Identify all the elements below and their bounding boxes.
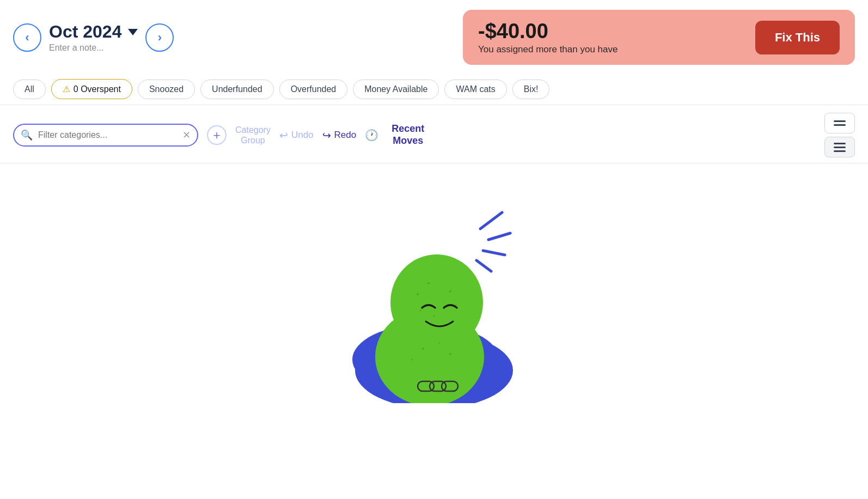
view-toggle <box>824 113 855 157</box>
svg-point-17 <box>411 358 413 361</box>
filter-tab-snoozed[interactable]: Snoozed <box>138 80 195 99</box>
history-button[interactable]: 🕐 <box>365 129 378 142</box>
hamburger-line-1 <box>834 120 846 122</box>
undo-icon: ↩ <box>279 129 288 142</box>
redo-icon: ↪ <box>322 129 331 142</box>
redo-label: Redo <box>334 130 357 141</box>
svg-point-8 <box>417 293 419 295</box>
view-expanded-button[interactable] <box>824 137 855 157</box>
filter-tab-overfunded[interactable]: Overfunded <box>279 80 348 99</box>
toolbar: 🔍 ✕ ＋ CategoryGroup ↩ Undo ↪ Redo 🕐 Rece… <box>0 105 868 163</box>
alert-amount: -$40.00 <box>478 20 618 43</box>
filter-bar: All ⚠0 Overspent Snoozed Underfunded Ove… <box>0 71 868 105</box>
svg-point-12 <box>420 310 421 312</box>
recent-moves-button[interactable]: RecentMoves <box>392 123 424 147</box>
svg-point-13 <box>433 315 435 317</box>
fix-this-button[interactable]: Fix This <box>755 21 840 54</box>
clear-search-icon[interactable]: ✕ <box>182 129 191 141</box>
add-category-group-button[interactable]: ＋ <box>207 125 227 145</box>
filter-tab-bix[interactable]: Bix! <box>512 80 550 99</box>
view-compact-button[interactable] <box>824 113 855 133</box>
undo-button[interactable]: ↩ Undo <box>279 129 314 142</box>
search-icon: 🔍 <box>21 129 33 141</box>
recent-moves-label: RecentMoves <box>392 123 424 147</box>
hamburger-line-2 <box>834 124 846 126</box>
svg-point-7 <box>390 254 483 350</box>
category-group-label: CategoryGroup <box>235 125 271 145</box>
filter-tab-money-available[interactable]: Money Available <box>353 80 439 99</box>
month-title: Oct 2024 <box>49 22 138 42</box>
month-label: Oct 2024 <box>49 22 121 42</box>
filter-tab-overspent[interactable]: ⚠0 Overspent <box>51 79 132 99</box>
alert-banner: -$40.00 You assigned more than you have … <box>463 10 855 65</box>
hamburger-line-3 <box>834 143 846 144</box>
filter-tab-all[interactable]: All <box>13 80 46 99</box>
header-left: ‹ Oct 2024 Enter a note... › <box>13 22 174 53</box>
svg-point-14 <box>422 348 424 350</box>
header: ‹ Oct 2024 Enter a note... › -$40.00 You… <box>0 0 868 71</box>
svg-line-2 <box>483 251 505 255</box>
month-info: Oct 2024 Enter a note... <box>49 22 138 53</box>
svg-point-10 <box>449 290 451 293</box>
illustration-svg <box>341 196 527 403</box>
main-content <box>0 163 868 436</box>
prev-month-button[interactable]: ‹ <box>13 23 41 52</box>
alert-message: You assigned more than you have <box>478 44 618 55</box>
filter-tab-wam-cats[interactable]: WAM cats <box>444 80 506 99</box>
svg-point-15 <box>439 343 441 344</box>
empty-state-illustration <box>341 196 527 403</box>
search-container: 🔍 ✕ <box>13 124 198 147</box>
svg-line-3 <box>476 260 491 271</box>
filter-tab-underfunded[interactable]: Underfunded <box>200 80 274 99</box>
hamburger-line-4 <box>834 147 846 148</box>
hamburger-line-5 <box>834 150 846 152</box>
svg-point-9 <box>427 282 430 284</box>
note-field[interactable]: Enter a note... <box>49 43 138 53</box>
warning-icon: ⚠ <box>63 84 70 94</box>
month-dropdown-icon[interactable] <box>128 29 138 35</box>
alert-info: -$40.00 You assigned more than you have <box>478 20 618 55</box>
svg-point-16 <box>449 353 451 355</box>
next-month-button[interactable]: › <box>145 23 174 52</box>
redo-button[interactable]: ↪ Redo <box>322 129 357 142</box>
svg-line-1 <box>488 233 510 240</box>
search-input[interactable] <box>13 124 198 147</box>
undo-label: Undo <box>291 130 314 141</box>
svg-line-0 <box>480 212 502 229</box>
category-group-button[interactable]: CategoryGroup <box>235 125 271 145</box>
history-icon: 🕐 <box>365 129 378 142</box>
